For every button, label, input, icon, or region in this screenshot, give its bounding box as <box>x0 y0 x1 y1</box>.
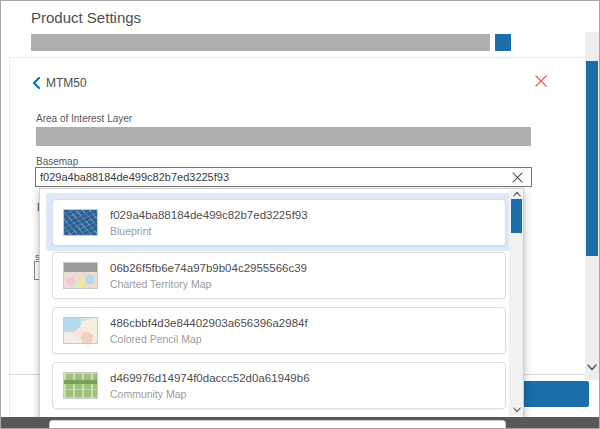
basemap-option[interactable]: 486cbbf4d3e84402903a656396a2984f Colored… <box>52 307 506 354</box>
basemap-thumbnail <box>63 372 98 399</box>
basemap-option-id: d469976d14974f0daccc52d0a61949b6 <box>110 372 310 384</box>
back-label: MTM50 <box>46 76 87 90</box>
basemap-input[interactable] <box>35 167 532 187</box>
product-settings-window: Product Settings MTM50 Area of Interest … <box>0 0 600 429</box>
dialog-scrollbar-thumb[interactable] <box>586 61 598 256</box>
redacted-header-field <box>31 34 490 51</box>
basemap-option-id: f029a4ba88184de499c82b7ed3225f93 <box>110 209 308 221</box>
chevron-left-icon <box>32 77 40 89</box>
basemap-option[interactable]: f029a4ba88184de499c82b7ed3225f93 Bluepri… <box>52 199 506 246</box>
aoi-layer-label: Area of Interest Layer <box>36 113 132 124</box>
back-button[interactable]: MTM50 <box>32 75 87 91</box>
scroll-down-icon[interactable] <box>587 364 597 371</box>
page-title: Product Settings <box>31 9 141 26</box>
basemap-thumbnail <box>63 209 98 236</box>
basemap-option-id: 06b26f5fb6e74a97b9b04c2955566c39 <box>110 262 307 274</box>
basemap-dropdown: f029a4ba88184de499c82b7ed3225f93 Bluepri… <box>39 188 524 418</box>
clear-icon[interactable] <box>512 170 526 184</box>
header-divider <box>9 57 585 58</box>
basemap-option[interactable]: 06b26f5fb6e74a97b9b04c2955566c39 Charted… <box>52 252 506 299</box>
panel-left-border <box>9 57 10 417</box>
basemap-option-name: Colored Pencil Map <box>110 333 308 345</box>
aoi-layer-redacted-input[interactable] <box>36 127 531 146</box>
scroll-up-icon[interactable] <box>513 191 521 197</box>
basemap-option[interactable]: d469976d14974f0daccc52d0a61949b6 Communi… <box>52 362 506 409</box>
basemap-option-id: 486cbbf4d3e84402903a656396a2984f <box>110 317 308 329</box>
basemap-option-name: Blueprint <box>110 225 308 237</box>
basemap-option-name: Charted Territory Map <box>110 278 307 290</box>
accent-badge <box>495 34 511 51</box>
scroll-down-icon[interactable] <box>513 407 521 413</box>
basemap-thumbnail <box>63 317 98 344</box>
basemap-option-name: Community Map <box>110 388 310 400</box>
close-icon <box>535 75 551 87</box>
basemap-thumbnail <box>63 262 98 289</box>
close-button[interactable] <box>535 73 551 89</box>
basemap-label: Basemap <box>36 156 78 167</box>
dropdown-scrollbar-thumb[interactable] <box>511 199 522 233</box>
